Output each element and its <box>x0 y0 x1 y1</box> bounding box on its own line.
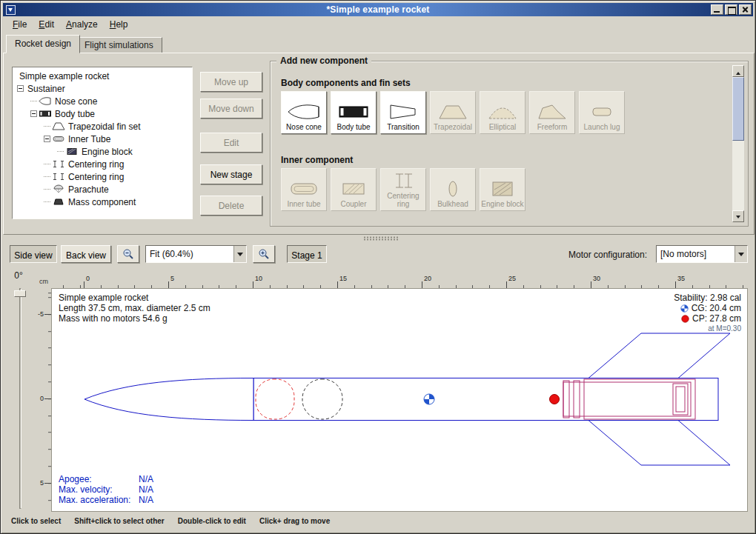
centering-ring-icon <box>52 172 65 181</box>
tree-item-inner-tube[interactable]: Inner Tube <box>14 133 192 145</box>
component-scrollbar[interactable] <box>732 65 744 222</box>
add-transition-button[interactable]: Transition <box>380 91 426 134</box>
cg-value: CG: 20.4 cm <box>692 303 741 313</box>
tree-item-label: Engine block <box>79 147 133 157</box>
zoom-out-button[interactable] <box>117 245 139 263</box>
tree-item-label: Sustainer <box>25 84 65 94</box>
parachute-icon <box>52 184 65 194</box>
maximize-button[interactable] <box>725 4 737 15</box>
menu-analyze[interactable]: Analyze <box>60 18 104 31</box>
rotation-slider[interactable] <box>19 288 21 509</box>
tree-item-label: Mass component <box>66 197 136 207</box>
menu-bar: File Edit Analyze Help <box>4 17 752 32</box>
chevron-down-icon[interactable] <box>233 246 246 262</box>
new-stage-button[interactable]: New stage <box>200 164 262 184</box>
add-launch-lug-button: Launch lug <box>579 91 625 134</box>
collapse-icon[interactable] <box>44 136 50 142</box>
scrollbar-thumb[interactable] <box>732 77 744 141</box>
zoom-select[interactable]: Fit (60.4%) <box>145 245 247 263</box>
tree-item-centering-ring-2[interactable]: Centering ring <box>14 170 192 183</box>
parachute-outline <box>256 379 294 419</box>
inner-component-label: Inner component <box>281 155 353 165</box>
tree-item-mass-component[interactable]: Mass component <box>14 196 192 208</box>
zoom-value: Fit (60.4%) <box>146 249 233 259</box>
collapse-icon[interactable] <box>30 110 37 117</box>
body-components-label: Body components and fin sets <box>281 78 411 88</box>
scroll-up-icon[interactable] <box>732 65 744 77</box>
close-button[interactable] <box>739 4 752 15</box>
add-nose-cone-button[interactable]: Nose cone <box>281 91 327 134</box>
side-view-button[interactable]: Side view <box>10 245 57 263</box>
status-bar: Click to selectShift+click to select oth… <box>11 517 343 525</box>
rocket-info: Simple example rocket Length 37.5 cm, ma… <box>59 293 210 324</box>
add-freeform-fin-button: Freeform <box>529 91 575 134</box>
fin-upper-outline <box>588 333 730 378</box>
body-tube-icon <box>39 109 52 119</box>
elliptical-fin-icon <box>485 102 520 121</box>
tree-item-body-tube[interactable]: Body tube <box>14 107 192 120</box>
add-body-tube-button[interactable]: Body tube <box>331 91 377 134</box>
tree-item-label: Centering ring <box>66 172 124 182</box>
minimize-button[interactable] <box>711 4 723 15</box>
add-centering-ring-button: Centering ring <box>380 168 426 211</box>
component-tree: Simple example rocket Sustainer Nose con… <box>12 67 193 219</box>
tree-item-engine-block[interactable]: Engine block <box>14 145 192 158</box>
tab-flight-simulations[interactable]: Flight simulations <box>76 37 162 53</box>
nose-cone-icon <box>39 96 52 106</box>
menu-file[interactable]: File <box>7 18 33 31</box>
body-component-buttons: Nose cone Body tube Transition <box>281 91 625 134</box>
stability-value: Stability: 2.98 cal <box>674 293 741 303</box>
tree-item-label: Centering ring <box>66 159 124 170</box>
tree-item-parachute[interactable]: Parachute <box>14 183 192 196</box>
stability-info: Stability: 2.98 cal CG: 20.4 cm CP: 27.8… <box>674 293 741 334</box>
motor-configuration-value: [No motors] <box>657 249 735 259</box>
inner-tube-outline <box>563 382 691 416</box>
tree-item-fin-set[interactable]: Trapezoidal fin set <box>14 120 192 133</box>
tree-item-sustainer[interactable]: Sustainer <box>14 82 192 95</box>
inner-tube-icon <box>287 179 321 198</box>
transition-icon <box>386 102 420 121</box>
trapezoidal-fin-icon <box>52 121 65 131</box>
stage-1-toggle[interactable]: Stage 1 <box>287 245 327 263</box>
tree-item-label: Trapezoidal fin set <box>66 121 141 132</box>
fin-tab-outline <box>584 379 695 419</box>
launch-lug-icon <box>585 102 619 121</box>
tree-item-rocket[interactable]: Simple example rocket <box>14 70 192 82</box>
chevron-down-icon[interactable] <box>735 246 747 262</box>
tree-item-label: Simple example rocket <box>17 71 109 81</box>
centering-ring-outline <box>563 381 569 418</box>
ruler-unit-label: cm <box>36 275 51 288</box>
tree-item-label: Nose cone <box>53 96 97 107</box>
engine-block-icon <box>65 147 79 156</box>
add-coupler-button: Coupler <box>331 168 377 211</box>
edit-button: Edit <box>200 133 262 153</box>
flight-info: Apogee:N/A Max. velocity:N/A Max. accele… <box>59 474 153 505</box>
rocket-canvas[interactable]: Simple example rocket Length 37.5 cm, ma… <box>51 288 748 512</box>
nose-cone-icon <box>287 102 321 121</box>
tree-item-label: Inner Tube <box>66 134 110 144</box>
collapse-icon[interactable] <box>17 85 24 92</box>
tab-rocket-design[interactable]: Rocket design <box>6 35 80 53</box>
engine-block-icon <box>485 179 520 198</box>
rotation-angle-label: 0° <box>8 270 29 281</box>
cp-symbol <box>550 395 560 404</box>
rotation-slider-handle[interactable] <box>14 290 26 297</box>
mass-component-icon <box>52 197 65 207</box>
move-down-button: Move down <box>200 99 262 119</box>
centering-ring-outline <box>574 381 580 418</box>
tree-item-nose-cone[interactable]: Nose cone <box>14 95 192 107</box>
nose-cone-outline <box>84 378 253 421</box>
scroll-down-icon[interactable] <box>732 210 744 222</box>
title-bar[interactable]: *Simple example rocket <box>3 3 753 16</box>
window-title: *Simple example rocket <box>3 4 753 15</box>
tree-item-label: Parachute <box>66 184 109 195</box>
back-view-button[interactable]: Back view <box>61 245 111 263</box>
motor-configuration-select[interactable]: [No motors] <box>656 245 748 263</box>
zoom-in-button[interactable] <box>253 245 275 263</box>
tree-item-centering-ring-1[interactable]: Centering ring <box>14 158 192 170</box>
add-component-group: Add new component Body components and fi… <box>270 61 749 227</box>
cp-icon <box>681 315 689 323</box>
panel-splitter[interactable] <box>3 235 755 242</box>
menu-help[interactable]: Help <box>104 18 134 31</box>
menu-edit[interactable]: Edit <box>33 18 60 31</box>
